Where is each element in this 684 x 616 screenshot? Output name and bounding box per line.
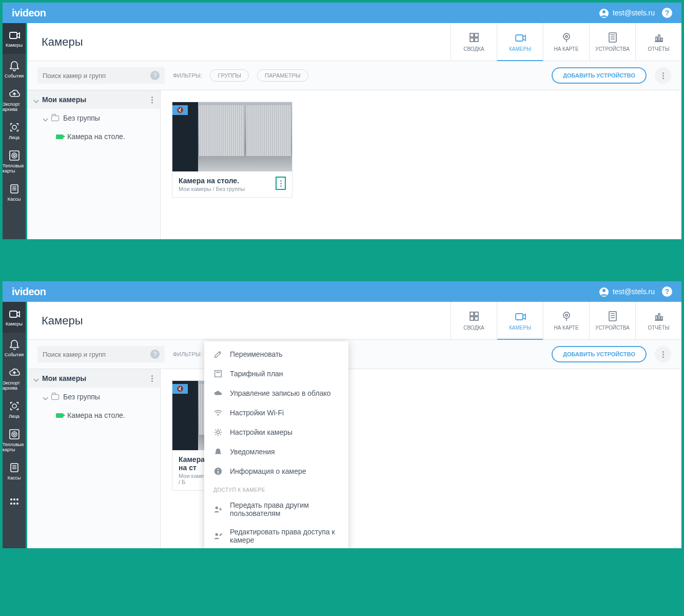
tab-summary[interactable]: СВОДКА — [451, 23, 497, 61]
filters-label: ФИЛЬТРЫ: — [173, 351, 202, 357]
tree-more-icon[interactable] — [151, 97, 153, 103]
menu-rename[interactable]: Переименовать — [204, 344, 348, 364]
camera-preview[interactable]: 🔇 — [172, 102, 292, 171]
svg-point-37 — [13, 503, 15, 505]
camera-name: Камера на столе. — [179, 177, 245, 185]
tree-more-icon[interactable] — [151, 375, 153, 382]
sidebar-item-heatmaps[interactable]: Тепловые карты — [3, 146, 26, 177]
add-device-button[interactable]: ДОБАВИТЬ УСТРОЙСТВО — [552, 67, 647, 84]
toolbar: ? ФИЛЬТРЫ: ГРУППЫ ПАРАМЕТРЫ ДОБАВИТЬ УСТ… — [27, 61, 681, 90]
tab-map[interactable]: НА КАРТЕ — [543, 302, 589, 339]
sidebar-item-pos[interactable]: Кассы — [3, 456, 26, 487]
app-topbar: ivideon test@stels.ru ? — [3, 281, 681, 302]
page-title: Камеры — [27, 23, 451, 61]
sidebar-item-faces[interactable]: Лица — [3, 116, 26, 146]
menu-info[interactable]: Информация о камере — [204, 461, 348, 481]
mute-icon: 🔇 — [172, 105, 188, 115]
menu-edit-rights[interactable]: Редактировать права доступа к камере — [204, 523, 348, 548]
tab-reports[interactable]: ОТЧЁТЫ — [635, 23, 681, 61]
toolbar-more-button[interactable] — [655, 346, 671, 362]
svg-point-42 — [217, 431, 219, 433]
svg-point-35 — [16, 498, 18, 500]
sidebar-item-events[interactable]: События — [3, 333, 26, 363]
camera-path: Мои камеры / Без группы — [179, 186, 245, 192]
svg-point-36 — [10, 503, 12, 505]
search-input[interactable] — [43, 72, 150, 80]
svg-point-46 — [216, 507, 218, 509]
menu-settings[interactable]: Настройки камеры — [204, 422, 348, 442]
sidebar-item-export[interactable]: Экспорт архива — [3, 85, 26, 116]
camera-grid: 🔇 Камера на ст Мои камеры / Б Переименов… — [161, 369, 681, 548]
menu-notifications[interactable]: Уведомления — [204, 442, 348, 461]
camera-card[interactable]: 🔇 Камера на столе. Мои камеры / Без груп… — [172, 102, 292, 198]
tab-devices[interactable]: УСТРОЙСТВА — [589, 23, 635, 61]
tree-panel: Мои камеры Без группы Камера на столе. — [27, 90, 161, 239]
chevron-down-icon — [44, 114, 47, 122]
search-box[interactable]: ? — [37, 67, 165, 84]
menu-share[interactable]: Передать права другим пользователям — [204, 496, 348, 523]
tree-root[interactable]: Мои камеры — [27, 369, 160, 388]
tree-root[interactable]: Мои камеры — [27, 90, 160, 109]
screenshot-before: ivideon test@stels.ru ? Камеры События Э… — [3, 3, 681, 239]
add-device-button[interactable]: ДОБАВИТЬ УСТРОЙСТВО — [552, 346, 647, 362]
toolbar-more-button[interactable] — [655, 67, 671, 84]
tab-reports[interactable]: ОТЧЁТЫ — [635, 302, 681, 339]
toolbar: ? ФИЛЬТРЫ: ГРУ ДОБАВИТЬ УСТРОЙСТВО — [27, 340, 681, 369]
sidebar-item-pos[interactable]: Кассы — [3, 177, 26, 208]
user-icon — [598, 8, 609, 18]
help-button[interactable]: ? — [662, 8, 672, 18]
camera-online-icon — [56, 134, 63, 139]
sidebar-item-more[interactable] — [3, 487, 26, 517]
svg-point-33 — [10, 498, 12, 500]
arrow-indicator — [329, 241, 355, 278]
page-title: Камеры — [27, 302, 451, 339]
tab-cameras[interactable]: КАМЕРЫ — [497, 23, 543, 61]
camera-online-icon — [56, 413, 63, 418]
tree-group[interactable]: Без группы — [27, 388, 160, 406]
page-header: Камеры СВОДКА КАМЕРЫ НА КАРТЕ УСТРОЙСТВА… — [27, 302, 681, 340]
tab-devices[interactable]: УСТРОЙСТВА — [589, 302, 635, 339]
chevron-down-icon — [34, 95, 38, 104]
help-button[interactable]: ? — [662, 286, 672, 297]
filter-groups[interactable]: ГРУППЫ — [210, 69, 249, 82]
user-account[interactable]: test@stels.ru — [598, 8, 655, 18]
sidebar-item-heatmaps[interactable]: Тепловые карты — [3, 425, 26, 456]
menu-wifi[interactable]: Настройки Wi-Fi — [204, 403, 348, 422]
menu-cloud[interactable]: Управление записью в облако — [204, 383, 348, 403]
menu-tariff[interactable]: Тарифный план — [204, 364, 348, 383]
search-help-icon[interactable]: ? — [150, 350, 160, 359]
sidebar-item-faces[interactable]: Лица — [3, 394, 26, 425]
sidebar-item-events[interactable]: События — [3, 54, 26, 85]
filter-params[interactable]: ПАРАМЕТРЫ — [257, 69, 308, 82]
search-box[interactable]: ? — [37, 346, 165, 362]
chevron-down-icon — [34, 374, 38, 382]
app-topbar: ivideon test@stels.ru ? — [3, 3, 681, 23]
tab-map[interactable]: НА КАРТЕ — [543, 23, 589, 61]
camera-grid: 🔇 Камера на столе. Мои камеры / Без груп… — [161, 90, 681, 239]
tree-camera[interactable]: Камера на столе. — [27, 127, 160, 146]
search-input[interactable] — [43, 351, 150, 358]
user-email: test@stels.ru — [613, 287, 655, 296]
svg-point-47 — [216, 533, 218, 536]
folder-icon — [51, 116, 59, 121]
tree-group[interactable]: Без группы — [27, 109, 160, 127]
page-header: Камеры СВОДКА КАМЕРЫ НА КАРТЕ УСТРОЙСТВА… — [27, 23, 681, 61]
sidebar-item-cameras[interactable]: Камеры — [3, 302, 26, 333]
sidebar-item-cameras[interactable]: Камеры — [3, 23, 26, 54]
user-account[interactable]: test@stels.ru — [598, 286, 655, 297]
search-help-icon[interactable]: ? — [150, 71, 160, 80]
camera-context-menu: Переименовать Тарифный план Управление з… — [204, 341, 348, 548]
tree-panel: Мои камеры Без группы Камера на столе. — [27, 369, 161, 548]
menu-section-access: ДОСТУП К КАМЕРЕ — [204, 481, 348, 496]
svg-point-38 — [16, 503, 18, 505]
brand-logo: ivideon — [12, 7, 46, 19]
sidebar-item-export[interactable]: Экспорт архива — [3, 363, 26, 394]
filters-label: ФИЛЬТРЫ: — [173, 72, 202, 79]
tab-cameras[interactable]: КАМЕРЫ — [497, 302, 543, 339]
camera-more-button[interactable] — [276, 177, 286, 190]
folder-icon — [51, 394, 59, 400]
brand-logo: ivideon — [12, 286, 46, 298]
tab-summary[interactable]: СВОДКА — [451, 302, 497, 339]
svg-point-34 — [13, 498, 15, 500]
tree-camera[interactable]: Камера на столе. — [27, 406, 160, 425]
